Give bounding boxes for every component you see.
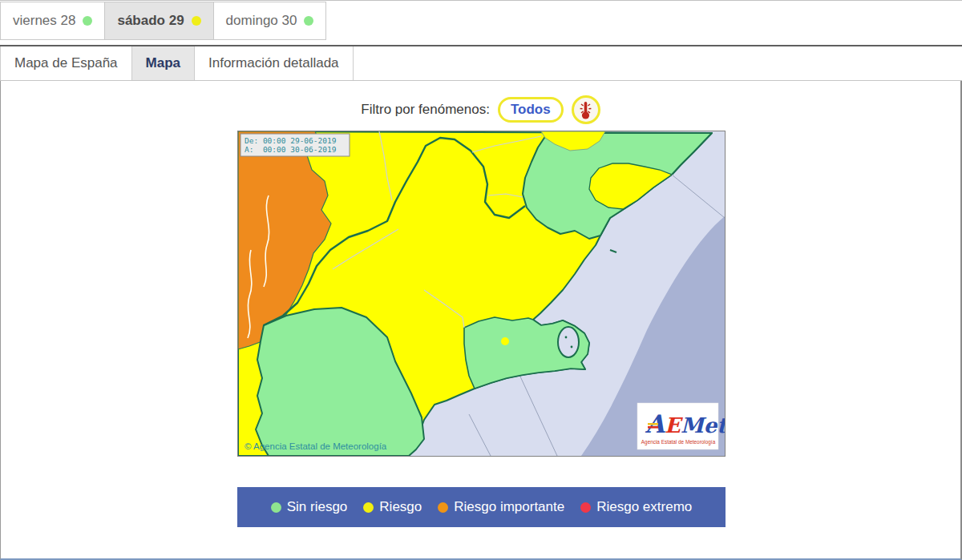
legend-item-riesgo-extremo: Riesgo extremo bbox=[580, 499, 692, 515]
logo-stripe-yellow bbox=[648, 423, 658, 425]
legend-dot-yellow bbox=[363, 502, 374, 513]
filter-todos-button[interactable]: Todos bbox=[498, 97, 564, 123]
view-tab-bar: Mapa de España Mapa Información detallad… bbox=[0, 45, 962, 81]
risk-status-dot bbox=[192, 16, 201, 26]
tab-informacion-detallada[interactable]: Información detallada bbox=[195, 46, 354, 80]
risk-status-dot bbox=[304, 16, 313, 26]
tab-day-label: domingo 30 bbox=[226, 13, 297, 29]
filter-label: Filtro por fenómenos: bbox=[361, 102, 490, 118]
legend-dot-orange bbox=[438, 502, 448, 513]
logo-letters-met: Met bbox=[681, 413, 725, 437]
tab-mapa[interactable]: Mapa bbox=[132, 46, 195, 80]
tab-day-sabado-29[interactable]: sábado 29 bbox=[104, 2, 213, 40]
legend-label: Riesgo extremo bbox=[596, 499, 692, 515]
period-from: De: 00:00 29-06-2019 bbox=[245, 136, 337, 145]
legend-item-sin-riesgo: Sin riesgo bbox=[271, 499, 348, 515]
period-box: De: 00:00 29-06-2019 A: 00:00 30-06-2019 bbox=[240, 134, 350, 156]
content-area: Filtro por fenómenos: Todos bbox=[0, 81, 962, 560]
legend-dot-red bbox=[580, 502, 591, 513]
tab-view-label: Mapa bbox=[146, 55, 180, 71]
mar-menor-lagoon bbox=[558, 327, 579, 357]
phenomena-filter: Filtro por fenómenos: Todos bbox=[1, 95, 960, 124]
warning-map[interactable]: De: 00:00 29-06-2019 A: 00:00 30-06-2019… bbox=[237, 131, 726, 457]
aemet-logo: AEMet Agencia Estatal de Meteorología bbox=[637, 403, 725, 449]
heat-thermometer-icon[interactable] bbox=[572, 95, 600, 124]
tab-day-label: sábado 29 bbox=[117, 13, 184, 29]
risk-legend: Sin riesgo Riesgo Riesgo importante Ries… bbox=[237, 487, 726, 527]
legend-item-riesgo-importante: Riesgo importante bbox=[438, 499, 564, 515]
tab-view-label: Mapa de España bbox=[14, 55, 118, 71]
tab-day-label: viernes 28 bbox=[13, 13, 75, 29]
tab-day-viernes-28[interactable]: viernes 28 bbox=[0, 2, 105, 40]
map-copyright: © Agencia Estatal de Meteorología bbox=[245, 441, 387, 451]
legend-label: Sin riesgo bbox=[287, 499, 348, 515]
legend-label: Riesgo importante bbox=[454, 499, 564, 515]
logo-stripe-red bbox=[648, 426, 658, 429]
lagoon-island bbox=[565, 336, 568, 339]
tab-mapa-de-espana[interactable]: Mapa de España bbox=[0, 46, 132, 80]
period-to: A: 00:00 30-06-2019 bbox=[245, 145, 337, 154]
logo-caption: Agencia Estatal de Meteorología bbox=[641, 439, 716, 445]
lagoon-island bbox=[571, 346, 573, 348]
small-yellow-zone bbox=[501, 337, 509, 345]
legend-label: Riesgo bbox=[379, 499, 422, 515]
tab-day-domingo-30[interactable]: domingo 30 bbox=[213, 2, 327, 40]
legend-dot-green bbox=[271, 502, 281, 513]
tab-view-label: Información detallada bbox=[208, 55, 339, 71]
aemet-warnings-page: viernes 28 sábado 29 domingo 30 Mapa de … bbox=[0, 0, 962, 560]
risk-status-dot bbox=[83, 16, 92, 26]
day-tab-bar: viernes 28 sábado 29 domingo 30 bbox=[0, 0, 962, 45]
legend-item-riesgo: Riesgo bbox=[363, 499, 422, 515]
